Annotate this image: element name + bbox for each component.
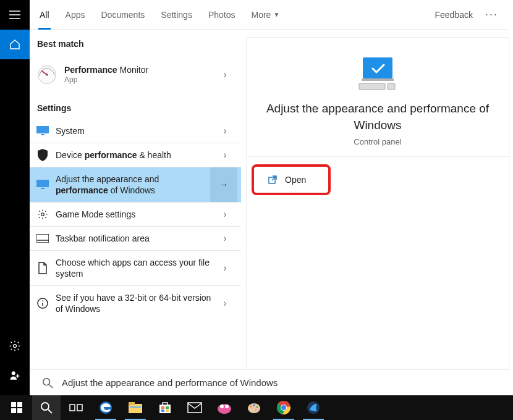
svg-rect-11 [36, 234, 49, 243]
user-rail-icon[interactable] [0, 361, 30, 390]
tab-apps[interactable]: Apps [66, 0, 85, 29]
preview-subtitle: Control panel [265, 137, 490, 146]
tab-settings[interactable]: Settings [161, 0, 192, 29]
svg-point-10 [41, 213, 45, 216]
result-adjust-appearance[interactable]: Adjust the appearance and performance of… [30, 167, 241, 202]
taskbar-icon [36, 232, 49, 245]
task-view-button[interactable] [62, 395, 90, 420]
settings-rail-icon[interactable] [0, 331, 30, 361]
svg-point-51 [281, 405, 286, 410]
search-bar[interactable] [30, 369, 509, 395]
section-settings: Settings [30, 94, 241, 119]
svg-rect-19 [388, 83, 395, 90]
results-list: Best match Performance Monitor App › Set… [30, 30, 241, 371]
preview-title: Adjust the appearance and performance of… [265, 101, 490, 133]
taskbar-paint[interactable] [240, 395, 268, 420]
taskbar-app-blue[interactable] [299, 395, 328, 420]
tab-photos[interactable]: Photos [208, 0, 235, 29]
tab-all[interactable]: All [40, 0, 49, 29]
taskbar-chrome[interactable] [269, 395, 298, 420]
svg-rect-17 [362, 78, 394, 81]
monitor-icon [36, 178, 49, 191]
result-performance-monitor[interactable]: Performance Monitor App › [30, 55, 241, 94]
svg-rect-40 [188, 403, 201, 413]
svg-rect-18 [359, 83, 385, 90]
tab-documents[interactable]: Documents [101, 0, 145, 29]
overflow-button[interactable]: ··· [485, 8, 498, 21]
scope-bar: All Apps Documents Settings Photos More▼… [30, 0, 509, 30]
svg-point-1 [12, 371, 15, 375]
document-icon [36, 261, 49, 275]
svg-rect-3 [17, 374, 19, 378]
svg-point-27 [41, 403, 49, 410]
taskbar-app-pink[interactable] [210, 395, 239, 420]
feedback-link[interactable]: Feedback [435, 10, 473, 20]
result-device-performance[interactable]: Device performance & health › [30, 143, 241, 167]
taskbar-store[interactable] [151, 395, 179, 420]
start-button[interactable] [2, 395, 31, 420]
svg-rect-6 [36, 126, 49, 133]
result-choose-apps-fs[interactable]: Choose which apps can access your file s… [30, 251, 241, 285]
result-subtitle: App [64, 75, 213, 85]
svg-point-43 [225, 405, 229, 408]
svg-point-48 [255, 410, 257, 411]
chevron-right-icon[interactable]: › [213, 298, 237, 309]
section-best-match: Best match [30, 30, 241, 55]
shield-icon [36, 148, 49, 162]
svg-point-15 [42, 300, 43, 301]
svg-point-42 [220, 405, 224, 408]
home-button[interactable] [0, 30, 30, 59]
svg-rect-16 [363, 57, 392, 78]
result-taskbar-notification[interactable]: Taskbar notification area › [30, 227, 241, 250]
open-button[interactable]: Open [261, 169, 327, 190]
svg-line-28 [48, 410, 52, 413]
gear-icon [36, 208, 49, 221]
svg-point-0 [14, 345, 17, 348]
svg-rect-32 [129, 404, 142, 413]
open-external-icon [268, 175, 278, 185]
svg-rect-33 [129, 402, 135, 405]
svg-rect-8 [36, 180, 49, 187]
taskbar [0, 395, 513, 420]
preview-pane: Adjust the appearance and performance of… [246, 37, 509, 371]
chevron-right-icon[interactable]: › [213, 233, 237, 244]
svg-point-41 [218, 404, 231, 414]
monitor-icon [36, 124, 49, 138]
svg-rect-36 [161, 406, 164, 409]
taskbar-explorer[interactable] [121, 395, 150, 420]
svg-point-45 [250, 406, 252, 408]
hamburger-button[interactable] [0, 0, 30, 30]
taskbar-edge[interactable] [91, 395, 120, 420]
svg-line-22 [49, 384, 53, 387]
svg-rect-35 [159, 405, 171, 413]
taskbar-mail[interactable] [180, 395, 209, 420]
chevron-right-icon[interactable]: › [213, 262, 237, 274]
svg-rect-26 [17, 408, 22, 413]
result-32-64-bit[interactable]: See if you have a 32-bit or 64-bit versi… [30, 286, 241, 321]
svg-rect-29 [70, 405, 75, 411]
svg-rect-30 [77, 405, 82, 411]
svg-rect-37 [166, 406, 169, 409]
chevron-right-icon[interactable]: › [213, 125, 237, 136]
chevron-right-icon[interactable]: › [213, 149, 237, 161]
chevron-right-icon[interactable]: › [213, 209, 237, 220]
result-system[interactable]: System › [30, 119, 241, 143]
svg-rect-24 [17, 402, 22, 407]
expand-arrow-button[interactable]: → [210, 167, 237, 202]
result-game-mode[interactable]: Game Mode settings › [30, 203, 241, 226]
svg-point-46 [253, 405, 255, 406]
svg-rect-34 [130, 406, 141, 408]
search-input[interactable] [62, 377, 509, 388]
svg-point-5 [46, 74, 48, 75]
chevron-right-icon[interactable]: › [213, 69, 237, 80]
start-rail [0, 0, 30, 395]
tab-more[interactable]: More▼ [251, 0, 279, 29]
result-title-strong: Performance [64, 65, 117, 75]
svg-rect-38 [161, 410, 164, 412]
svg-rect-25 [11, 408, 16, 413]
search-icon [42, 377, 53, 388]
svg-point-47 [256, 406, 258, 408]
taskbar-search-button[interactable] [32, 395, 61, 420]
svg-rect-23 [11, 402, 16, 407]
svg-rect-39 [166, 410, 169, 412]
